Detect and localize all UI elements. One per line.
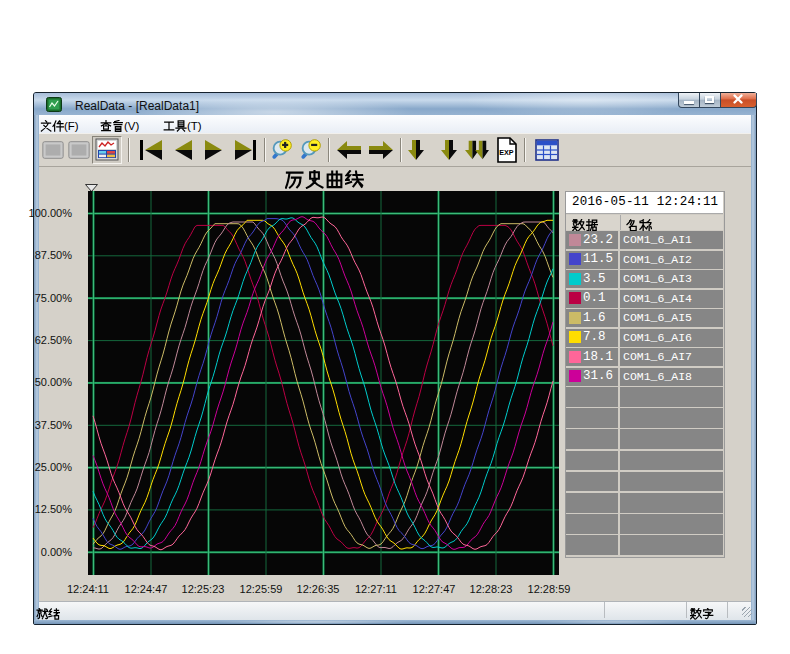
svg-text:EXP: EXP: [499, 148, 514, 157]
